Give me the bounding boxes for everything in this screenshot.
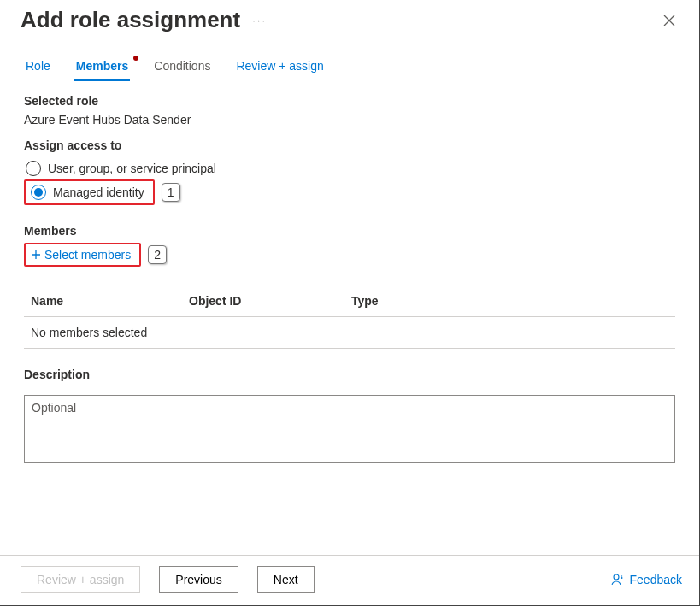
header-overflow-menu[interactable]: ··· — [252, 14, 267, 26]
feedback-person-icon — [611, 573, 625, 586]
feedback-label: Feedback — [630, 573, 682, 586]
select-members-label: Select members — [44, 248, 131, 262]
tab-members-label: Members — [76, 59, 128, 73]
radio-unchecked-icon — [26, 161, 41, 176]
col-object-id: Object ID — [189, 294, 351, 308]
empty-text: No members selected — [31, 326, 189, 339]
annotation-step-2: 2 — [148, 245, 167, 264]
col-name: Name — [31, 294, 189, 308]
close-icon — [663, 15, 675, 26]
page-title: Add role assignment — [21, 7, 240, 33]
radio-checked-icon — [31, 185, 46, 200]
tab-conditions[interactable]: Conditions — [152, 54, 212, 81]
close-button[interactable] — [656, 8, 682, 33]
annotation-highlight-managed-identity: Managed identity — [24, 179, 155, 205]
col-type: Type — [351, 294, 668, 308]
selected-role-value: Azure Event Hubs Data Sender — [24, 113, 675, 126]
command-bar: Review + assign Previous Next Feedback — [0, 555, 699, 605]
feedback-link[interactable]: Feedback — [611, 573, 682, 586]
tab-members[interactable]: Members — [74, 54, 130, 81]
annotation-step-1: 1 — [162, 183, 180, 202]
tab-role[interactable]: Role — [24, 54, 52, 81]
radio-user-group-sp[interactable]: User, group, or service principal — [24, 157, 675, 179]
annotation-highlight-select-members: Select members — [24, 243, 141, 267]
table-row-empty: No members selected — [24, 317, 675, 349]
description-label: Description — [24, 368, 675, 381]
svg-point-0 — [614, 574, 619, 580]
radio-managed-identity[interactable]: Managed identity — [27, 183, 148, 202]
previous-button[interactable]: Previous — [159, 566, 238, 593]
selected-role-label: Selected role — [24, 94, 675, 108]
tab-strip: Role Members Conditions Review + assign — [0, 38, 699, 82]
next-button[interactable]: Next — [257, 566, 315, 593]
required-indicator-icon — [133, 56, 138, 61]
description-input[interactable] — [24, 395, 675, 463]
members-label: Members — [24, 224, 675, 238]
radio-mi-label: Managed identity — [53, 185, 144, 199]
radio-user-label: User, group, or service principal — [48, 162, 216, 175]
svg-point-1 — [621, 577, 622, 579]
tab-review-assign[interactable]: Review + assign — [234, 54, 325, 81]
review-assign-button: Review + assign — [21, 566, 140, 593]
members-table: Name Object ID Type No members selected — [24, 285, 675, 349]
select-members-button[interactable]: Select members — [27, 246, 134, 263]
plus-icon — [31, 250, 41, 260]
assign-access-label: Assign access to — [24, 138, 675, 152]
